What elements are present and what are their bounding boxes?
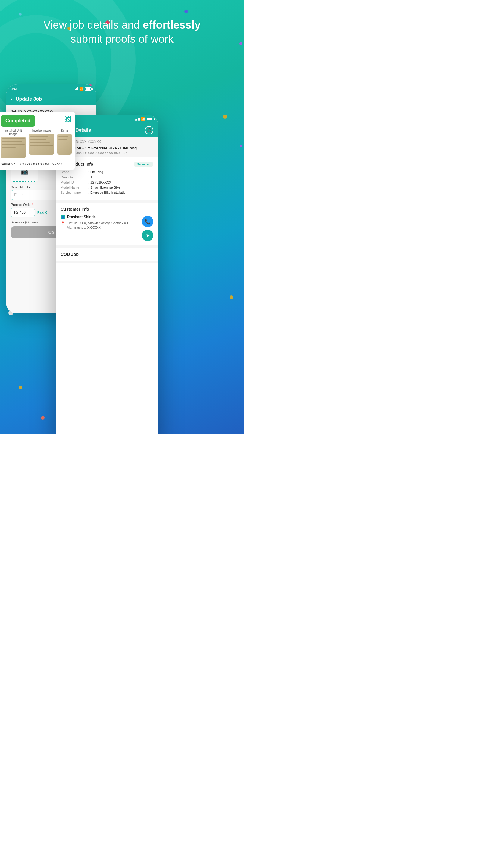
model-id-key: Model ID [61, 181, 88, 184]
job-details-title: Job Details [65, 127, 142, 133]
update-job-title: Update Job [16, 96, 92, 102]
prepaid-input[interactable]: Rs 456 [11, 208, 35, 217]
navigate-icon: ➤ [146, 233, 150, 239]
model-name-row: Model Name : Smart Exercise Bike [61, 186, 153, 189]
fbar3 [138, 118, 138, 121]
product-fields: Brand : LifeLong Quantity : 1 Model ID :… [61, 170, 153, 194]
customer-row: 👤 Prashant Shinde 📍 Flat No. XXX, Shawn … [61, 215, 153, 241]
service-name-val: Exercise Bike Installation [90, 191, 127, 194]
action-buttons: 📞 ➤ [142, 216, 153, 241]
bar4 [77, 87, 78, 90]
quantity-key: Quantity [61, 176, 88, 179]
battery-back [85, 87, 92, 91]
battery-front [147, 118, 153, 121]
signal-back [73, 87, 78, 90]
bar3 [76, 88, 77, 90]
quantity-row: Quantity : 1 [61, 176, 153, 179]
customer-details: 👤 Prashant Shinde 📍 Flat No. XXX, Shawn … [61, 215, 142, 230]
model-name-val: Smart Exercise Bike [90, 186, 120, 189]
update-job-header: ‹ Update Job [6, 93, 96, 105]
fbar4 [139, 118, 140, 121]
support-icon[interactable]: 🎧 [145, 126, 153, 134]
customer-name-row: 👤 Prashant Shinde [61, 215, 142, 219]
customer-info-section: Customer Info 👤 Prashant Shinde 📍 Flat N… [56, 203, 158, 245]
signal-front [135, 118, 140, 121]
brand-val: LifeLong [90, 170, 103, 174]
cod-title: COD Job [61, 252, 153, 257]
fbar1 [135, 119, 136, 121]
model-name-key: Model Name [61, 186, 88, 189]
customer-address: Flat No. XXX, Shawn Society, Sector - XX… [67, 221, 142, 230]
phones-area: 9:41 📶 ‹ Update Job Job ID: XXX-XXXXXX [0, 72, 244, 434]
dot-4 [184, 10, 188, 13]
delivered-badge: Delivered [134, 161, 153, 167]
customer-info-title: Customer Info [61, 207, 153, 212]
quantity-val: 1 [90, 176, 92, 179]
seria-thumb [57, 133, 72, 155]
person-icon: 👤 [61, 215, 65, 219]
model-id-row: Model ID : JSY32KXXXX [61, 181, 153, 184]
hero-title: View job details and effortlessly submit… [0, 18, 244, 46]
dot-1 [19, 13, 22, 16]
paid-badge: Paid C [37, 211, 47, 214]
status-bar-back: 9:41 📶 [6, 84, 96, 93]
bar1 [73, 89, 74, 90]
wifi-back: 📶 [79, 87, 84, 91]
time-back: 9:41 [11, 87, 18, 91]
service-name-key: Service name [61, 191, 88, 194]
wifi-front: 📶 [141, 117, 145, 121]
phone-icon: 📞 [144, 219, 151, 224]
navigate-button[interactable]: ➤ [142, 230, 153, 241]
call-button[interactable]: 📞 [142, 216, 153, 227]
cod-section: COD Job [56, 248, 158, 261]
invoice-label-popup: Invoice Image [29, 129, 54, 132]
customer-name: Prashant Shinde [67, 215, 96, 219]
completed-badge: Completed [1, 115, 35, 127]
installed-unit-label-popup: Installed Unit Image [1, 129, 26, 135]
popup-image-2: Invoice Image [29, 129, 54, 158]
model-id-val: JSY32KXXXX [90, 181, 111, 184]
brand-key: Brand [61, 170, 88, 174]
invoice-thumb [29, 133, 54, 155]
serial-no-popup: Serial No. : XXX-XXXXXXXX-8692444 [0, 160, 75, 170]
installed-unit-thumb [1, 137, 26, 158]
completed-popup: Completed 🖼 Installed Unit Image Invoice… [0, 112, 75, 170]
status-icons-back: 📶 [73, 87, 92, 91]
bar2 [75, 89, 76, 90]
status-icons-front: 📶 [135, 117, 153, 121]
address-row: 📍 Flat No. XXX, Shawn Society, Sector - … [61, 221, 142, 230]
back-arrow-back[interactable]: ‹ [11, 96, 13, 102]
pin-icon: 📍 [61, 221, 65, 230]
popup-image-3: Seria [57, 129, 72, 158]
fbar2 [136, 119, 137, 121]
brand-row: Brand : LifeLong [61, 170, 153, 174]
popup-image-1: Installed Unit Image [1, 129, 26, 158]
popup-images-row: Installed Unit Image Invoice Image [0, 129, 75, 160]
service-name-row: Service name : Exercise Bike Installatio… [61, 191, 153, 194]
hero-section: View job details and effortlessly submit… [0, 18, 244, 46]
seria-label-popup: Seria [57, 129, 72, 132]
gallery-icon: 🖼 [65, 116, 72, 124]
